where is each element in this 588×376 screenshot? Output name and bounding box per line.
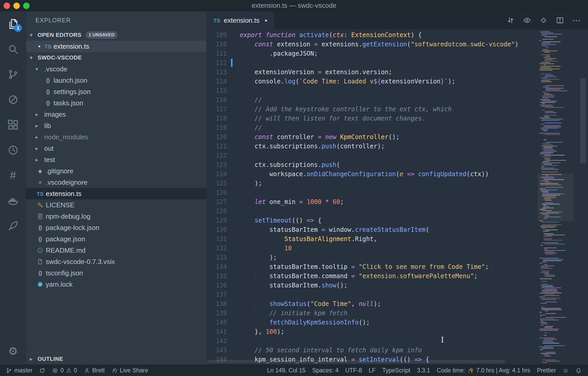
status-live-share[interactable]: Live Share xyxy=(108,365,152,376)
toggle-preview-button[interactable] xyxy=(520,13,534,28)
code-line-130[interactable]: 130 statusBarItem = window.createStatusB… xyxy=(206,225,538,234)
format-document-button[interactable] xyxy=(536,13,551,28)
status-eol[interactable]: LF xyxy=(365,365,379,376)
code-line-113[interactable]: 113 extensionVersion = extension.version… xyxy=(206,67,538,77)
folder-images[interactable]: ▸images xyxy=(26,109,206,120)
line-number: 132 xyxy=(206,244,240,253)
code-line-125[interactable]: 125 ); xyxy=(206,179,538,188)
file-tsconfig-json[interactable]: {}tsconfig.json xyxy=(26,267,206,279)
activity-search[interactable] xyxy=(0,37,26,62)
status-account[interactable]: Brett xyxy=(81,365,108,376)
file-npm-debug-log[interactable]: npm-debug.log xyxy=(26,211,206,222)
status-ts-version[interactable]: 3.3.1 xyxy=(414,365,433,376)
minimize-button[interactable] xyxy=(13,3,20,9)
code-line-121[interactable]: 121 ctx.subscriptions.push(controller); xyxy=(206,142,538,151)
open-editors-header[interactable]: ▾ OPEN EDITORS 1 UNSAVED xyxy=(26,29,206,41)
code-line-117[interactable]: 117 // Add the keystroke controller to t… xyxy=(206,105,538,114)
code-line-129[interactable]: 129 setTimeout(() => { xyxy=(206,216,538,225)
status-encoding[interactable]: UTF-8 xyxy=(342,365,365,376)
file-settings-json[interactable]: {}settings.json xyxy=(26,86,206,97)
vertical-scrollbar[interactable] xyxy=(574,29,588,365)
code-line-112[interactable]: 112 xyxy=(206,58,538,67)
activity-settings-gear[interactable]: ⚙ xyxy=(0,339,26,363)
status-language-mode[interactable]: TypeScript xyxy=(379,365,414,376)
file-yarn-lock[interactable]: yarn.lock xyxy=(26,279,206,290)
activity-hash[interactable]: # xyxy=(0,163,26,188)
project-section-header[interactable]: ▾ SWDC-VSCODE xyxy=(26,52,206,63)
vertical-scrollbar-slider[interactable] xyxy=(580,78,586,163)
close-button[interactable] xyxy=(4,3,10,9)
code-line-123[interactable]: 123 ctx.subscriptions.push( xyxy=(206,160,538,169)
status-sync[interactable] xyxy=(36,365,49,376)
file-tasks-json[interactable]: {}tasks.json xyxy=(26,97,206,109)
code-line-138[interactable]: 138 showStatus("Code Time", null); xyxy=(206,299,538,309)
file-package-json[interactable]: {}package.json xyxy=(26,233,206,245)
code-line-139[interactable]: 139 // initiate kpm fetch xyxy=(206,309,538,318)
minimap-viewport[interactable] xyxy=(538,174,574,221)
code-line-136[interactable]: 136 statusBarItem.show(); xyxy=(206,281,538,290)
activity-feather[interactable] xyxy=(0,213,26,238)
activity-source-control[interactable] xyxy=(0,62,26,87)
file-vscodeignore[interactable]: ≡.vscodeignore xyxy=(26,177,206,188)
code-line-134[interactable]: 134 statusBarItem.tooltip = "Click to se… xyxy=(206,262,538,271)
zoom-button[interactable] xyxy=(23,3,30,9)
folder-test[interactable]: ▸test xyxy=(26,154,206,165)
folder-out[interactable]: ▸out xyxy=(26,143,206,154)
code-line-111[interactable]: 111 .packageJSON; xyxy=(206,49,538,58)
outline-header[interactable]: ▸ OUTLINE xyxy=(26,353,206,365)
code-line-132[interactable]: 132 10 xyxy=(206,244,538,253)
code-line-109[interactable]: 109export function activate(ctx: Extensi… xyxy=(206,30,538,40)
open-changes-button[interactable] xyxy=(503,13,518,28)
code-line-122[interactable]: 122 xyxy=(206,151,538,160)
code-line-128[interactable]: 128 xyxy=(206,207,538,216)
status-feedback[interactable]: ☺ xyxy=(559,365,572,376)
more-actions-button[interactable]: ⋯ xyxy=(569,13,584,28)
code-line-131[interactable]: 131 StatusBarAlignment.Right, xyxy=(206,234,538,244)
code-line-114[interactable]: 114 console.log(`Code Time: Loaded v${ex… xyxy=(206,77,538,86)
file-license[interactable]: LICENSE xyxy=(26,199,206,211)
code-line-143[interactable]: 143 // 50 second interval to fetch daily… xyxy=(206,346,538,355)
status-problems[interactable]: 0⚠0 xyxy=(49,365,80,376)
file-gitignore[interactable]: ◆.gitignore xyxy=(26,165,206,177)
code-line-110[interactable]: 110 const extension = extensions.getExte… xyxy=(206,40,538,49)
code-line-115[interactable]: 115 xyxy=(206,86,538,95)
code-line-118[interactable]: 118 // will then listen for text documen… xyxy=(206,114,538,123)
activity-docker[interactable] xyxy=(0,188,26,213)
code-line-127[interactable]: 127 let one_min = 1000 * 60; xyxy=(206,197,538,207)
minimap[interactable] xyxy=(538,29,574,365)
status-code-time[interactable]: Code time:7.0 hrs | Avg: 4.1 hrs xyxy=(433,365,533,376)
activity-debug[interactable] xyxy=(0,87,26,112)
split-editor-button[interactable] xyxy=(553,13,567,28)
open-editor-extension-ts[interactable]: ●TSextension.ts xyxy=(26,41,206,52)
file-swdc-vscode-0-7-3-vsix[interactable]: swdc-vscode-0.7.3.vsix xyxy=(26,256,206,267)
code-line-142[interactable]: 142 xyxy=(206,336,538,346)
code-line-133[interactable]: 133 ); xyxy=(206,253,538,262)
code-line-124[interactable]: 124 workspace.onDidChangeConfiguration(e… xyxy=(206,169,538,179)
code-line-120[interactable]: 120 const controller = new KpmController… xyxy=(206,132,538,142)
code-line-116[interactable]: 116 // xyxy=(206,95,538,105)
code-line-141[interactable]: 141 }, 100); xyxy=(206,327,538,336)
status-cursor-position[interactable]: Ln 149, Col 15 xyxy=(264,365,309,376)
activity-explorer[interactable]: 1 xyxy=(0,11,26,37)
status-indentation[interactable]: Spaces: 4 xyxy=(309,365,342,376)
code-line-137[interactable]: 137 xyxy=(206,290,538,299)
code-line-140[interactable]: 140 fetchDailyKpmSessionInfo(); xyxy=(206,318,538,327)
status-notifications[interactable] xyxy=(572,365,585,376)
file-extension-ts[interactable]: TSextension.ts xyxy=(26,188,206,199)
status-prettier[interactable]: Prettier xyxy=(533,365,559,376)
tab-extension-ts[interactable]: TSextension.ts● xyxy=(206,11,274,29)
activity-clock[interactable] xyxy=(0,138,26,163)
code-line-126[interactable]: 126 xyxy=(206,188,538,197)
file-package-lock-json[interactable]: {}package-lock.json xyxy=(26,222,206,233)
folder-node-modules[interactable]: ▸node_modules xyxy=(26,131,206,143)
file-launch-json[interactable]: {}launch.json xyxy=(26,75,206,86)
code-line-135[interactable]: 135 statusBarItem.command = "extension.s… xyxy=(206,271,538,281)
code-line-119[interactable]: 119 // xyxy=(206,123,538,132)
editor-body[interactable]: 109export function activate(ctx: Extensi… xyxy=(206,29,538,365)
horizontal-scrollbar[interactable] xyxy=(207,360,505,363)
file-readme-md[interactable]: README.md xyxy=(26,245,206,256)
folder-vscode[interactable]: ▾.vscode xyxy=(26,63,206,75)
activity-extensions[interactable] xyxy=(0,112,26,138)
status-branch[interactable]: master xyxy=(3,365,36,376)
folder-lib[interactable]: ▸lib xyxy=(26,120,206,131)
